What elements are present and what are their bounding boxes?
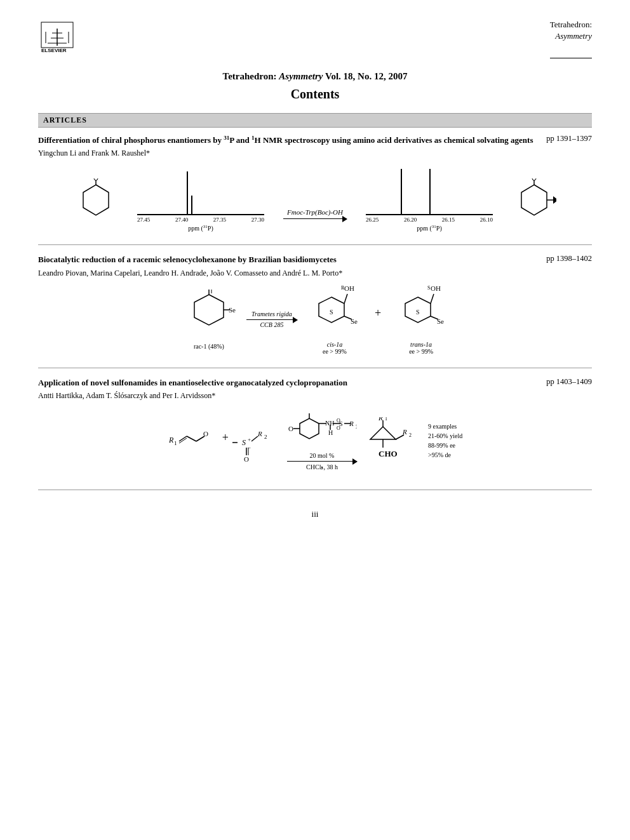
svg-line-48 xyxy=(251,436,258,441)
svg-text:S: S xyxy=(427,285,430,291)
nmr-chart-left-inner xyxy=(137,164,264,215)
svg-text:S: S xyxy=(242,438,246,447)
svg-text:O: O xyxy=(208,290,213,291)
svg-text:OH: OH xyxy=(344,284,354,292)
svg-line-41 xyxy=(187,436,196,441)
article1-header: Differentiation of chiral phosphorus ena… xyxy=(38,134,592,147)
svg-text:R: R xyxy=(257,430,262,437)
svg-text:S: S xyxy=(416,309,420,316)
svg-marker-69 xyxy=(370,427,396,439)
article3-pages: pp 1403–1409 xyxy=(546,377,592,387)
svg-text:R: R xyxy=(168,436,174,444)
article2-header: Biocatalytic reduction of a racemic sele… xyxy=(38,254,592,265)
reaction2-product1-ee: ee > 99% xyxy=(323,348,347,355)
reaction2-reagent2: CCB 285 xyxy=(260,321,283,328)
reaction2-figure: O Se rac-1 (48%) Trametes rigida CCB 285 xyxy=(38,284,592,355)
journal-name-line2: Asymmetry xyxy=(555,31,592,41)
svg-text:2: 2 xyxy=(264,434,267,440)
svg-text:S: S xyxy=(339,420,343,427)
article1-title: Differentiation of chiral phosphorus ena… xyxy=(38,134,546,147)
reaction2-reactant-label: rac-1 (48%) xyxy=(194,343,224,350)
reaction2-reagent: Trametes rigida xyxy=(251,310,292,317)
journal-name-header: Tetrahedron: Asymmetry xyxy=(550,19,592,58)
nmr-figure: 27.45 27.40 27.35 27.30 ppm (31P) Fmoc-T… xyxy=(38,164,592,232)
articles-section-bar: ARTICLES xyxy=(38,113,592,128)
article2-pages: pp 1398–1402 xyxy=(546,254,592,263)
svg-text:R: R xyxy=(341,285,345,291)
reaction3-catalyst-label: 20 mol % xyxy=(310,452,335,459)
svg-text:O: O xyxy=(244,455,249,463)
nmr-chart-right-xtitle: ppm (31P) xyxy=(417,224,442,232)
svg-point-10 xyxy=(94,178,98,180)
svg-marker-16 xyxy=(194,295,224,325)
reaction3-note3: 88-99% ee xyxy=(428,441,462,450)
svg-point-13 xyxy=(532,178,536,180)
article1-authors: Yingchun Li and Frank M. Raushel* xyxy=(38,149,592,158)
svg-text:1: 1 xyxy=(174,440,177,446)
svg-text:3: 3 xyxy=(356,424,357,430)
article3-title: Application of novel sulfonamides in ena… xyxy=(38,377,546,389)
svg-text:1: 1 xyxy=(385,417,387,422)
reaction3-note2: 21-60% yield xyxy=(428,431,462,441)
reaction3-reactant2: S + – R 2 O xyxy=(232,418,283,463)
svg-text:H: H xyxy=(328,429,333,436)
reaction2-reactant: O Se rac-1 (48%) xyxy=(180,290,238,350)
reaction3-notes: 9 examples 21-60% yield 88-99% ee >95% d… xyxy=(428,422,462,460)
svg-text:Se: Se xyxy=(437,317,444,325)
svg-text:R: R xyxy=(378,417,383,422)
article1-pages: pp 1391–1397 xyxy=(546,134,592,143)
fmoc-arrow: Fmoc-Trp(Boc)-OH xyxy=(283,208,347,220)
svg-text:O: O xyxy=(288,425,293,432)
svg-line-26 xyxy=(344,294,347,303)
reaction2-plus: + xyxy=(375,307,381,333)
svg-line-73 xyxy=(396,435,404,439)
svg-marker-11 xyxy=(521,185,547,215)
reaction2-product2: OH S Se S trans-1a ee > 99% xyxy=(392,284,450,355)
nmr-chart-right-labels: 26.25 26.20 26.15 26.10 xyxy=(366,217,493,223)
reaction3-solvent: CHCl₃, 38 h xyxy=(306,463,338,470)
svg-text:R: R xyxy=(402,428,407,436)
elsevier-logo: ELSEVIER xyxy=(38,19,95,57)
reaction2-product2-label: trans-1a ee > 99% xyxy=(409,341,433,355)
article2-title: Biocatalytic reduction of a racemic sele… xyxy=(38,254,546,265)
volume-title: Tetrahedron: Asymmetry Vol. 18, No. 12, … xyxy=(38,71,592,82)
svg-text:Se: Se xyxy=(351,317,358,325)
svg-text:OH: OH xyxy=(431,284,441,292)
reaction3-figure: R 1 O + S + – R 2 xyxy=(38,411,592,471)
svg-text:+: + xyxy=(248,436,251,443)
reaction3-plus: + xyxy=(222,431,229,451)
svg-text:CHO: CHO xyxy=(379,449,398,458)
reaction3-reactant1: R 1 O xyxy=(168,418,218,463)
svg-text:S: S xyxy=(330,309,333,316)
journal-name-line1: Tetrahedron: xyxy=(550,20,592,29)
svg-text:Se: Se xyxy=(229,306,236,314)
article-entry-3: Application of novel sulfonamides in ena… xyxy=(38,377,592,491)
reaction3-note1: 9 examples xyxy=(428,422,462,431)
article-entry-2: Biocatalytic reduction of a racemic sele… xyxy=(38,254,592,368)
article3-authors: Antti Hartikka, Adam T. Ślósarczyk and P… xyxy=(38,391,592,401)
page-footer: iii xyxy=(38,509,592,519)
nmr-chart-left-xtitle: ppm (31P) xyxy=(188,224,213,232)
svg-marker-15 xyxy=(553,196,556,204)
reaction2-arrow-line xyxy=(246,319,297,321)
svg-line-33 xyxy=(431,294,434,303)
molecule-left xyxy=(74,178,118,232)
page-number: iii xyxy=(312,509,319,519)
nmr-chart-left: 27.45 27.40 27.35 27.30 ppm (31P) xyxy=(137,164,264,232)
article-entry-1: Differentiation of chiral phosphorus ena… xyxy=(38,134,592,246)
reaction3-arrow-line xyxy=(287,461,357,462)
header-underline xyxy=(550,44,592,58)
svg-text:2: 2 xyxy=(409,432,412,438)
article2-authors: Leandro Piovan, Marina Capelari, Leandro… xyxy=(38,269,592,278)
svg-text:R: R xyxy=(349,420,354,427)
page-header: ELSEVIER Tetrahedron: Asymmetry xyxy=(38,19,592,58)
reaction3-product: R 1 R 2 CHO xyxy=(361,417,418,465)
molecule-right xyxy=(512,178,556,232)
fmoc-arrow-line xyxy=(283,218,347,220)
article3-header: Application of novel sulfonamides in ena… xyxy=(38,377,592,389)
nmr-chart-left-labels: 27.45 27.40 27.35 27.30 xyxy=(137,217,264,223)
svg-text:–: – xyxy=(247,444,251,450)
nmr-chart-right-inner xyxy=(366,164,493,215)
reaction2-product2-name: trans-1a xyxy=(410,341,432,348)
reaction2-arrow: Trametes rigida CCB 285 xyxy=(246,310,297,329)
